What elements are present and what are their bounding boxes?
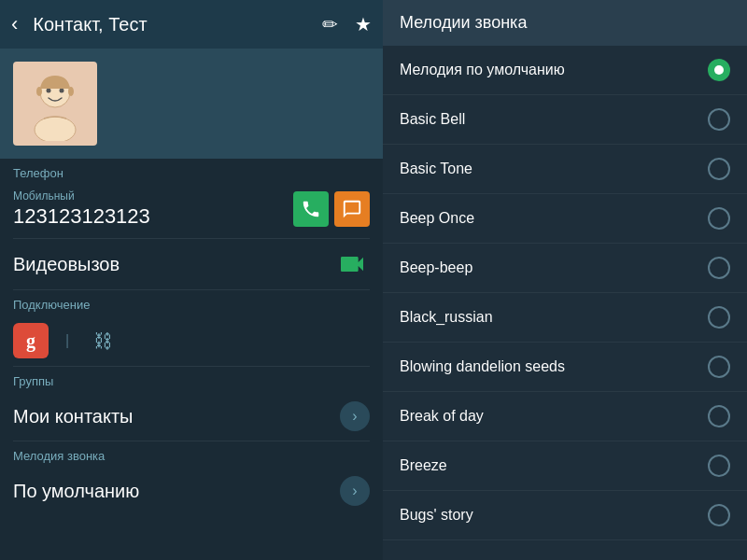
radio-button[interactable]	[708, 356, 730, 378]
ringtone-item-label: Мелодия по умолчанию	[400, 62, 565, 78]
radio-button[interactable]	[708, 306, 730, 329]
ringtone-item-label: Beep-beep	[400, 259, 472, 276]
ringtone-item[interactable]: Blowing dandelion seeds	[383, 343, 747, 392]
svg-point-5	[36, 87, 42, 96]
ringtone-item-label: Blowing dandelion seeds	[400, 358, 565, 375]
my-contacts-label: Мои контакты	[13, 406, 133, 427]
svg-point-4	[35, 117, 76, 141]
ringtone-list: Мелодия по умолчаниюBasic BellBasic Tone…	[383, 46, 747, 560]
radio-button[interactable]	[708, 405, 730, 427]
top-bar-actions: ✏ ★	[322, 13, 372, 35]
svg-point-3	[60, 89, 64, 93]
radio-button[interactable]	[708, 158, 730, 180]
phone-section-label: Телефон	[0, 159, 383, 184]
sms-button[interactable]	[334, 191, 370, 227]
ringtone-arrow: ›	[340, 476, 370, 506]
svg-point-6	[68, 87, 74, 96]
radio-button[interactable]	[708, 504, 730, 526]
mobile-field-row: Мобильный 123123123123	[0, 184, 383, 238]
ringtone-header: Мелодии звонка	[383, 0, 747, 46]
contact-header	[0, 49, 383, 159]
phone-action-icons	[293, 191, 370, 227]
ringtone-item-label: Black_russian	[400, 309, 493, 326]
connection-section-label: Подключение	[0, 290, 383, 315]
ringtone-item[interactable]: Мелодия по умолчанию	[383, 46, 747, 95]
call-button[interactable]	[293, 191, 329, 227]
ringtone-item-label: Basic Tone	[400, 161, 472, 177]
ringtone-item[interactable]: Beep Once	[383, 194, 747, 244]
groups-section-label: Группы	[0, 367, 383, 392]
ringtone-item-label: Beep Once	[400, 210, 474, 227]
google-badge: g	[13, 323, 49, 358]
ringtone-item[interactable]: Bugs' story	[383, 491, 747, 540]
ringtone-item[interactable]: Black_russian	[383, 293, 747, 343]
video-row: Видеовызов	[0, 239, 383, 289]
star-icon[interactable]: ★	[355, 13, 372, 35]
ringtone-item-label: Breeze	[400, 457, 447, 474]
contact-name: Контакт, Тест	[33, 14, 313, 35]
radio-button[interactable]	[708, 59, 730, 81]
radio-button[interactable]	[708, 108, 730, 131]
link-icon: ⛓	[93, 330, 112, 352]
right-panel: Мелодии звонка Мелодия по умолчаниюBasic…	[383, 0, 747, 560]
ringtone-item-label: Bugs' story	[400, 507, 473, 524]
ringtone-item[interactable]: Breeze	[383, 441, 747, 491]
edit-icon[interactable]: ✏	[322, 13, 338, 35]
left-panel: ‹ Контакт, Тест ✏ ★	[0, 0, 383, 560]
ringtone-section-label: Мелодия звонка	[0, 441, 383, 467]
back-button[interactable]: ‹	[11, 12, 18, 36]
ringtone-value: По умолчанию	[13, 481, 139, 502]
mobile-sublabel: Мобильный	[13, 189, 150, 203]
ringtone-panel-title: Мелодии звонка	[400, 13, 527, 33]
phone-number: 123123123123	[13, 204, 150, 229]
ringtone-item[interactable]: Basic Bell	[383, 95, 747, 145]
radio-button[interactable]	[708, 455, 730, 477]
my-contacts-row[interactable]: Мои контакты ›	[0, 392, 383, 441]
ringtone-item-label: Break of day	[400, 408, 484, 425]
radio-button[interactable]	[708, 257, 730, 279]
radio-button[interactable]	[708, 207, 730, 230]
ringtone-item[interactable]: Basic Tone	[383, 145, 747, 194]
ringtone-item-label: Basic Bell	[400, 111, 465, 128]
ringtone-row[interactable]: По умолчанию ›	[0, 467, 383, 515]
top-bar: ‹ Контакт, Тест ✏ ★	[0, 0, 383, 49]
avatar	[13, 62, 97, 146]
ringtone-item[interactable]: Break of day	[383, 392, 747, 441]
my-contacts-arrow: ›	[340, 401, 370, 431]
google-row: g | ⛓	[0, 315, 383, 366]
video-call-button[interactable]	[334, 246, 370, 282]
svg-point-2	[47, 89, 51, 93]
video-label: Видеовызов	[13, 254, 120, 275]
ringtone-item[interactable]: Beep-beep	[383, 244, 747, 293]
